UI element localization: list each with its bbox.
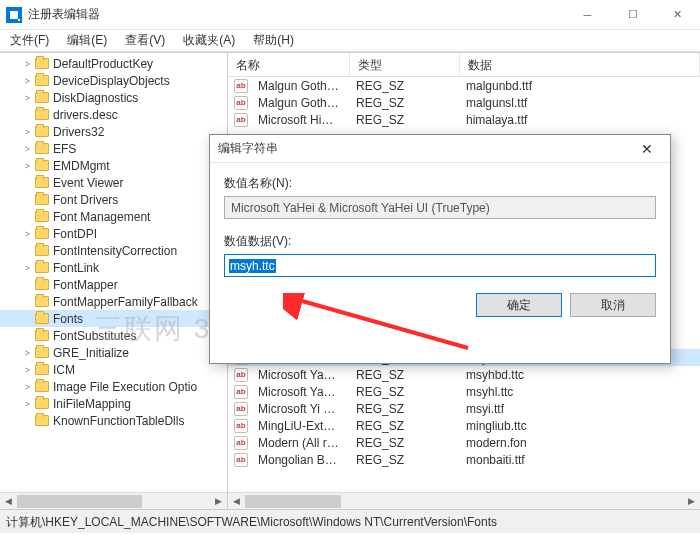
cell-type: REG_SZ xyxy=(348,113,458,127)
list-row[interactable]: abMicrosoft YaH...REG_SZmsyhbd.ttc xyxy=(228,366,700,383)
edit-string-dialog: 编辑字符串 ✕ 数值名称(N): 数值数据(V): msyh.ttc 确定 取消 xyxy=(209,134,671,364)
expand-icon[interactable]: > xyxy=(22,382,33,392)
tree-label: KnownFunctionTableDlls xyxy=(53,414,184,428)
string-value-icon: ab xyxy=(234,453,248,467)
folder-icon xyxy=(35,347,49,358)
folder-icon xyxy=(35,415,49,426)
expand-icon[interactable]: > xyxy=(22,348,33,358)
list-hscrollbar[interactable]: ◀ ▶ xyxy=(228,492,700,509)
menu-help[interactable]: 帮助(H) xyxy=(249,30,298,51)
scroll-right-icon[interactable]: ▶ xyxy=(683,493,700,510)
folder-icon xyxy=(35,194,49,205)
folder-icon xyxy=(35,109,49,120)
string-value-icon: ab xyxy=(234,419,248,433)
list-row[interactable]: abMalgun Gothic...REG_SZmalgunsl.ttf xyxy=(228,94,700,111)
tree-item[interactable]: FontIntensityCorrection xyxy=(0,242,227,259)
list-row[interactable]: abMicrosoft YaH...REG_SZmsyhl.ttc xyxy=(228,383,700,400)
scroll-right-icon[interactable]: ▶ xyxy=(210,493,227,510)
cell-data: himalaya.ttf xyxy=(458,113,700,127)
tree-item[interactable]: >FontDPI xyxy=(0,225,227,242)
value-data-input[interactable]: msyh.ttc xyxy=(224,254,656,277)
folder-icon xyxy=(35,313,49,324)
tree-item[interactable]: >GRE_Initialize xyxy=(0,344,227,361)
list-row[interactable]: abMalgun Gothic...REG_SZmalgunbd.ttf xyxy=(228,77,700,94)
folder-icon xyxy=(35,262,49,273)
tree-item[interactable]: FontMapperFamilyFallback xyxy=(0,293,227,310)
expand-icon[interactable]: > xyxy=(22,399,33,409)
expand-icon[interactable]: > xyxy=(22,365,33,375)
expand-icon[interactable]: > xyxy=(22,76,33,86)
tree-item[interactable]: KnownFunctionTableDlls xyxy=(0,412,227,429)
expand-icon[interactable]: > xyxy=(22,263,33,273)
expand-icon[interactable]: > xyxy=(22,127,33,137)
tree-item[interactable]: >DeviceDisplayObjects xyxy=(0,72,227,89)
tree-item[interactable]: Font Drivers xyxy=(0,191,227,208)
tree-item[interactable]: FontMapper xyxy=(0,276,227,293)
ok-button[interactable]: 确定 xyxy=(476,293,562,317)
scroll-left-icon[interactable]: ◀ xyxy=(228,493,245,510)
tree-hscrollbar[interactable]: ◀ ▶ xyxy=(0,492,227,509)
list-row[interactable]: abMicrosoft Him...REG_SZhimalaya.ttf xyxy=(228,111,700,128)
tree-label: FontMapper xyxy=(53,278,118,292)
title-bar: 注册表编辑器 ─ ☐ ✕ xyxy=(0,0,700,30)
cancel-button[interactable]: 取消 xyxy=(570,293,656,317)
tree-item[interactable]: >DiskDiagnostics xyxy=(0,89,227,106)
tree-label: GRE_Initialize xyxy=(53,346,129,360)
cell-type: REG_SZ xyxy=(348,436,458,450)
folder-icon xyxy=(35,143,49,154)
expand-icon[interactable]: > xyxy=(22,229,33,239)
col-data[interactable]: 数据 xyxy=(460,53,700,76)
string-value-icon: ab xyxy=(234,113,248,127)
tree-label: Event Viewer xyxy=(53,176,123,190)
tree-item[interactable]: >EMDMgmt xyxy=(0,157,227,174)
folder-icon xyxy=(35,126,49,137)
menu-file[interactable]: 文件(F) xyxy=(6,30,53,51)
tree-item[interactable]: FontSubstitutes xyxy=(0,327,227,344)
tree-label: Font Management xyxy=(53,210,150,224)
cell-type: REG_SZ xyxy=(348,79,458,93)
tree-item[interactable]: >Image File Execution Optio xyxy=(0,378,227,395)
tree-label: DiskDiagnostics xyxy=(53,91,138,105)
list-row[interactable]: abMongolian Bai...REG_SZmonbaiti.ttf xyxy=(228,451,700,468)
menu-favorites[interactable]: 收藏夹(A) xyxy=(179,30,239,51)
folder-icon xyxy=(35,58,49,69)
expand-icon[interactable]: > xyxy=(22,93,33,103)
dialog-titlebar: 编辑字符串 ✕ xyxy=(210,135,670,163)
tree-item[interactable]: drivers.desc xyxy=(0,106,227,123)
tree-item[interactable]: Font Management xyxy=(0,208,227,225)
maximize-button[interactable]: ☐ xyxy=(610,0,655,29)
tree-item[interactable]: >ICM xyxy=(0,361,227,378)
value-name-label: 数值名称(N): xyxy=(224,175,656,192)
list-row[interactable]: abMicrosoft Yi B...REG_SZmsyi.ttf xyxy=(228,400,700,417)
expand-icon[interactable]: > xyxy=(22,59,33,69)
tree-item[interactable]: Event Viewer xyxy=(0,174,227,191)
col-type[interactable]: 类型 xyxy=(350,53,460,76)
tree-item[interactable]: >DefaultProductKey xyxy=(0,55,227,72)
menu-edit[interactable]: 编辑(E) xyxy=(63,30,111,51)
expand-icon[interactable]: > xyxy=(22,161,33,171)
status-bar: 计算机\HKEY_LOCAL_MACHINE\SOFTWARE\Microsof… xyxy=(0,509,700,533)
tree-item[interactable]: >Drivers32 xyxy=(0,123,227,140)
cell-type: REG_SZ xyxy=(348,368,458,382)
tree-item[interactable]: Fonts xyxy=(0,310,227,327)
cell-data: msyi.ttf xyxy=(458,402,700,416)
list-row[interactable]: abMingLiU-ExtB ...REG_SZmingliub.ttc xyxy=(228,417,700,434)
tree-item[interactable]: >FontLink xyxy=(0,259,227,276)
dialog-close-button[interactable]: ✕ xyxy=(632,141,662,157)
minimize-button[interactable]: ─ xyxy=(565,0,610,29)
string-value-icon: ab xyxy=(234,385,248,399)
folder-icon xyxy=(35,381,49,392)
cell-data: msyhl.ttc xyxy=(458,385,700,399)
tree-item[interactable]: >IniFileMapping xyxy=(0,395,227,412)
scroll-left-icon[interactable]: ◀ xyxy=(0,493,17,510)
menu-view[interactable]: 查看(V) xyxy=(121,30,169,51)
tree-label: EMDMgmt xyxy=(53,159,110,173)
expand-icon[interactable]: > xyxy=(22,144,33,154)
list-row[interactable]: abModern (All re...REG_SZmodern.fon xyxy=(228,434,700,451)
close-button[interactable]: ✕ xyxy=(655,0,700,29)
col-name[interactable]: 名称 xyxy=(228,53,350,76)
folder-icon xyxy=(35,75,49,86)
tree-item[interactable]: >EFS xyxy=(0,140,227,157)
tree-label: FontDPI xyxy=(53,227,97,241)
registry-tree[interactable]: >DefaultProductKey>DeviceDisplayObjects>… xyxy=(0,53,228,509)
